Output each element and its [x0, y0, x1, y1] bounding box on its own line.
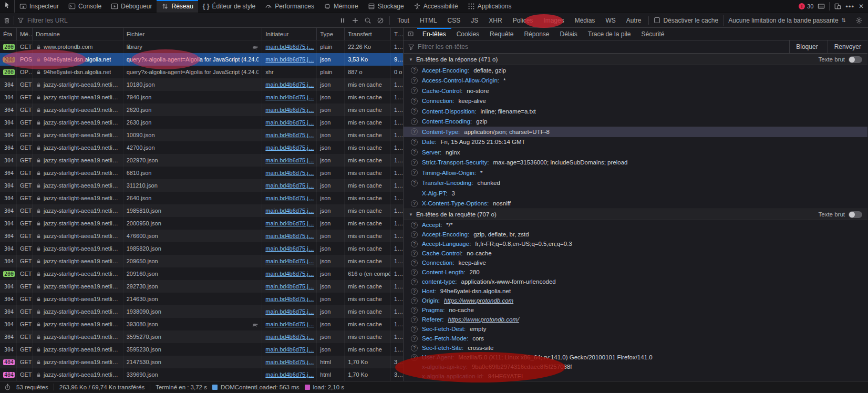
question-mark-icon[interactable]: ?	[411, 67, 418, 74]
details-tab-cookies[interactable]: Cookies	[451, 28, 484, 40]
question-mark-icon[interactable]: ?	[411, 98, 418, 105]
initiator-link[interactable]: main.bd4b6d75.j…	[265, 81, 314, 88]
disable-cache-checkbox[interactable]	[654, 17, 660, 23]
resend-button[interactable]: Renvoyer	[828, 40, 867, 53]
type-filter-ws[interactable]: WS	[603, 16, 617, 25]
type-filter-xhr[interactable]: XHR	[487, 16, 504, 25]
initiator-link[interactable]: main.bd4b6d75.j…	[265, 334, 314, 340]
header-row-content-type[interactable]: ? Content-Type: application/json; charse…	[404, 127, 867, 137]
question-mark-icon[interactable]: ?	[411, 87, 418, 94]
question-mark-icon[interactable]: ?	[411, 77, 418, 84]
question-mark-icon[interactable]: ?	[411, 222, 418, 229]
header-row-pragma[interactable]: ? Pragma: no-cache	[404, 305, 867, 315]
column-header-1[interactable]: Mé…	[17, 28, 33, 40]
details-tab-en-tetes[interactable]: En-têtes	[417, 28, 451, 40]
details-tab-requete[interactable]: Requête	[484, 28, 519, 40]
question-mark-icon[interactable]: ?	[411, 139, 418, 146]
header-row-date[interactable]: ? Date: Fri, 15 Aug 2025 21:05:14 GMT	[404, 137, 867, 148]
sidebar-toggle-icon[interactable]	[404, 28, 417, 40]
tool-tab-accessibilite[interactable]: Accessibilité	[409, 0, 463, 13]
question-mark-icon[interactable]: ?	[411, 326, 418, 333]
initiator-link[interactable]: main.bd4b6d75.j…	[265, 56, 314, 63]
tool-tab-memoire[interactable]: Mémoire	[319, 0, 363, 13]
column-header-5[interactable]: Type	[317, 28, 345, 40]
initiator-link[interactable]: main.bd4b6d75.j…	[265, 245, 314, 252]
header-row-accept-language[interactable]: ? Accept-Language: fr,fr-FR;q=0.8,en-US;…	[404, 239, 867, 249]
type-filter-js[interactable]: JS	[469, 16, 480, 25]
initiator-link[interactable]: main.bd4b6d75.j…	[265, 371, 314, 378]
throttling-select[interactable]: Aucune limitation de la bande passante ⇅	[724, 15, 850, 26]
header-row-content-length[interactable]: ? Content-Length: 280	[404, 267, 867, 277]
header-row-accept[interactable]: ? Accept: */*	[404, 220, 867, 230]
header-row-content-disposition[interactable]: ? Content-Disposition: inline; filename=…	[404, 106, 867, 117]
initiator-link[interactable]: main.bd4b6d75.j…	[265, 132, 314, 138]
question-mark-icon[interactable]: ?	[411, 180, 418, 187]
type-filter-html[interactable]: HTML	[418, 16, 439, 25]
initiator-link[interactable]: main.bd4b6d75.j…	[265, 271, 314, 277]
initiator-link[interactable]: main.bd4b6d75.j…	[265, 195, 314, 201]
split-console-icon[interactable]	[818, 3, 825, 10]
close-devtools-icon[interactable]: ✕	[859, 3, 864, 10]
type-filter-autre[interactable]: Autre	[624, 16, 644, 25]
header-row-content-type[interactable]: ? content-type: application/x-www-form-u…	[404, 277, 867, 286]
column-header-0[interactable]: Éta	[0, 28, 17, 40]
initiator-link[interactable]: main.bd4b6d75.j…	[265, 107, 314, 113]
request-headers-section-header[interactable]: ▼ En-têtes de la requête (707 o) Texte b…	[404, 209, 867, 220]
initiator-link[interactable]: main.bd4b6d75.j…	[265, 157, 314, 163]
question-mark-icon[interactable]: ?	[411, 159, 418, 166]
request-row[interactable]: 200 POST 94he6yatei-dsn.algolia.net quer…	[0, 53, 403, 66]
initiator-link[interactable]: main.bd4b6d75.j…	[265, 321, 314, 327]
request-row[interactable]: 304 GET jazzy-starlight-aeea19.netli… 20…	[0, 255, 403, 267]
console-error-count[interactable]: ! 30	[799, 3, 813, 9]
tool-tab-console[interactable]: Console	[64, 0, 106, 13]
header-row-transfer-encoding[interactable]: ? Transfer-Encoding: chunked	[404, 178, 867, 189]
header-row-sec-fetch-site[interactable]: ? Sec-Fetch-Site: cross-site	[404, 343, 867, 353]
request-row[interactable]: 304 GET jazzy-starlight-aeea19.netli… 21…	[0, 293, 403, 305]
details-tab-trace-de-la-pile[interactable]: Trace de la pile	[583, 28, 636, 40]
question-mark-icon[interactable]: ?	[411, 231, 418, 238]
type-filter-css[interactable]: CSS	[446, 16, 463, 25]
clear-requests-icon[interactable]	[3, 17, 11, 24]
initiator-link[interactable]: main.bd4b6d75.j…	[265, 359, 314, 365]
header-row-sec-fetch-dest[interactable]: ? Sec-Fetch-Dest: empty	[404, 324, 867, 334]
request-row[interactable]: 304 GET jazzy-starlight-aeea19.netli… 19…	[0, 242, 403, 255]
details-tab-securite[interactable]: Sécurité	[636, 28, 669, 40]
request-row[interactable]: 304 GET jazzy-starlight-aeea19.netli… 39…	[0, 318, 403, 330]
question-mark-icon[interactable]: ?	[411, 260, 418, 266]
tool-tab-inspecteur[interactable]: Inspecteur	[15, 0, 64, 13]
header-row-cache-control[interactable]: ? Cache-Control: no-cache	[404, 249, 867, 258]
header-row-origin[interactable]: ? Origin: https://www.protondb.com	[404, 296, 867, 305]
header-row-strict-transport-security[interactable]: ? Strict-Transport-Security: max-age=315…	[404, 158, 867, 168]
header-row-accept-encoding[interactable]: ? Accept-Encoding: gzip, deflate, br, zs…	[404, 230, 867, 239]
request-row[interactable]: 304 GET jazzy-starlight-aeea19.netli… 26…	[0, 192, 403, 204]
details-tab-reponse[interactable]: Réponse	[519, 28, 554, 40]
header-row-x-algolia-api-key[interactable]: x-algolia-api-key: 9ba0e69fb2974316cdaec…	[404, 362, 867, 371]
stopwatch-icon[interactable]	[4, 384, 11, 390]
initiator-link[interactable]: main.bd4b6d75.j…	[265, 308, 314, 315]
response-headers-section-header[interactable]: ▼ En-têtes de la réponse (471 o) Texte b…	[404, 54, 867, 65]
network-settings-gear-icon[interactable]	[855, 17, 863, 24]
pause-traffic-icon[interactable]	[339, 17, 346, 24]
request-row[interactable]: 200 GET jazzy-starlight-aeea19.netli… 20…	[0, 267, 403, 280]
initiator-link[interactable]: main.bd4b6d75.j…	[265, 220, 314, 226]
question-mark-icon[interactable]: ?	[411, 345, 418, 351]
question-mark-icon[interactable]: ?	[411, 335, 418, 342]
question-mark-icon[interactable]: ?	[411, 169, 418, 176]
question-mark-icon[interactable]: ?	[411, 118, 418, 125]
tool-tab-editeur-de-style[interactable]: { } Éditeur de style	[198, 0, 260, 13]
initiator-link[interactable]: main.bd4b6d75.j…	[265, 258, 314, 264]
new-request-icon[interactable]	[352, 17, 359, 24]
question-mark-icon[interactable]: ?	[411, 316, 418, 323]
header-row-x-alg-pt[interactable]: X-Alg-PT: 3	[404, 188, 867, 199]
question-mark-icon[interactable]: ?	[411, 241, 418, 247]
raw-toggle-switch[interactable]	[849, 211, 862, 218]
initiator-link[interactable]: main.bd4b6d75.j…	[265, 94, 314, 100]
request-row[interactable]: 404 GET jazzy-starlight-aeea19.netli… 21…	[0, 356, 403, 368]
block-button[interactable]: Bloquer	[789, 40, 824, 53]
column-header-3[interactable]: Fichier	[123, 28, 263, 40]
question-mark-icon[interactable]: ?	[411, 278, 418, 285]
meatball-menu-icon[interactable]: •••	[845, 3, 854, 11]
request-row[interactable]: 304 GET jazzy-starlight-aeea19.netli… 47…	[0, 230, 403, 242]
question-mark-icon[interactable]: ?	[411, 250, 418, 257]
request-row[interactable]: 304 GET jazzy-starlight-aeea19.netli… 79…	[0, 91, 403, 104]
